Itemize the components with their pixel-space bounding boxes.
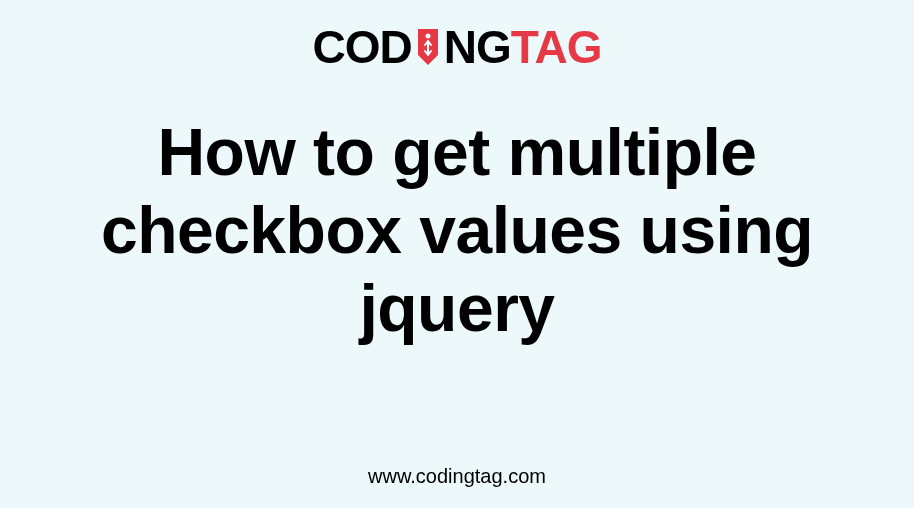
logo-text: COD NG TAG [313,20,602,74]
tag-icon [414,27,442,67]
brand-logo: COD NG TAG [313,20,602,74]
logo-part3: TAG [511,20,602,74]
footer-url: www.codingtag.com [368,465,546,488]
svg-point-0 [425,34,430,39]
logo-part1: COD [313,20,412,74]
page-title: How to get multiple checkbox values usin… [0,114,914,348]
logo-part2: NG [444,20,511,74]
